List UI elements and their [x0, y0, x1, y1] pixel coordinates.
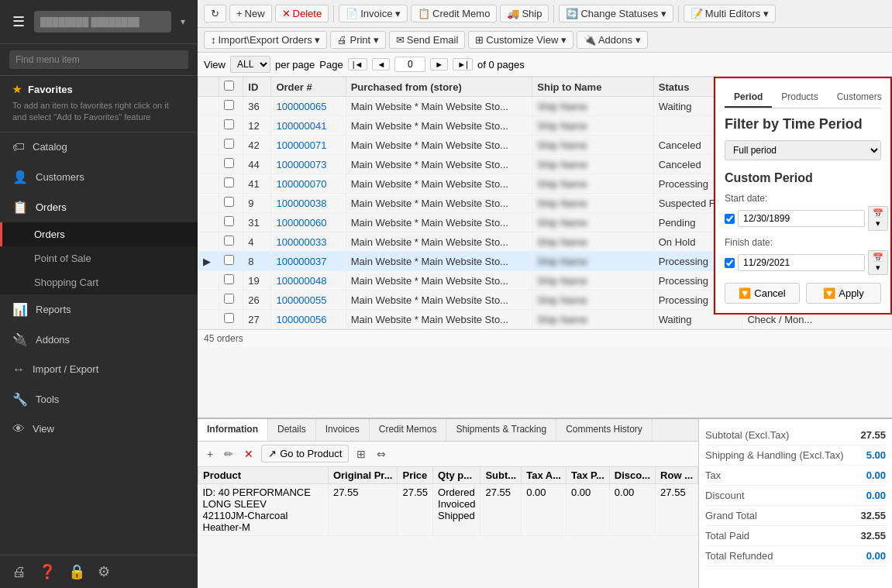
bottom-delete-button[interactable]: ✕: [241, 446, 257, 462]
filter-tab-period[interactable]: Period: [725, 88, 772, 108]
delete-button[interactable]: ✕ Delete: [275, 5, 329, 22]
row-checkbox[interactable]: [224, 255, 234, 265]
sidebar-item-reports[interactable]: 📊 Reports: [0, 294, 198, 325]
row-order-num[interactable]: 100000033: [271, 232, 346, 252]
last-page-button[interactable]: ►|: [453, 58, 473, 70]
col-header-store[interactable]: Purchased from (store): [346, 77, 532, 97]
row-order-num[interactable]: 100000048: [271, 271, 346, 291]
go-to-product-button[interactable]: ↗ Go to Product: [261, 445, 349, 462]
row-id: 26: [243, 291, 271, 310]
row-checkbox[interactable]: [224, 100, 234, 110]
credit-memo-button[interactable]: 📋 Credit Memo: [411, 5, 497, 22]
row-checkbox[interactable]: [224, 216, 234, 226]
customize-view-button[interactable]: ⊞ Customize View ▾: [468, 31, 573, 49]
row-order-num[interactable]: 100000060: [271, 213, 346, 232]
row-order-num[interactable]: 100000071: [271, 136, 346, 155]
row-order-num[interactable]: 100000055: [271, 291, 346, 310]
first-page-button[interactable]: |◄: [348, 58, 368, 70]
tab-details[interactable]: Details: [268, 419, 316, 441]
start-date-calendar-button[interactable]: 📅▾: [868, 206, 888, 231]
row-checkbox[interactable]: [224, 197, 234, 207]
sidebar-item-point-of-sale[interactable]: Point of Sale: [0, 246, 198, 270]
hamburger-icon[interactable]: ☰: [12, 13, 25, 30]
filter-apply-button[interactable]: 🔽 Apply: [806, 283, 881, 304]
multi-editors-icon: 📝: [691, 8, 703, 19]
row-checkbox[interactable]: [224, 313, 234, 323]
sidebar-expand-icon[interactable]: ▾: [181, 16, 185, 27]
bottom-add-button[interactable]: +: [204, 446, 216, 462]
settings-icon[interactable]: ⚙: [98, 563, 110, 580]
row-checkbox[interactable]: [224, 294, 234, 304]
row-id: 44: [243, 155, 271, 174]
import-export-icon: ↔: [12, 363, 25, 377]
new-button[interactable]: + New: [229, 5, 272, 22]
sidebar-item-orders[interactable]: 📋 Orders: [0, 192, 198, 222]
tab-credit-memos[interactable]: Credit Memos: [370, 419, 447, 441]
row-checkbox[interactable]: [224, 177, 234, 187]
print-icon[interactable]: 🖨: [12, 564, 26, 580]
start-date-checkbox[interactable]: [725, 214, 735, 224]
filter-period-select[interactable]: Full period Today Yesterday This week Cu…: [725, 140, 881, 160]
row-checkbox-cell: [219, 194, 243, 213]
new-icon: +: [236, 8, 243, 19]
divider-2: [553, 5, 554, 22]
row-checkbox-cell: [219, 213, 243, 232]
row-order-num[interactable]: 100000056: [271, 310, 346, 329]
finish-date-calendar-button[interactable]: 📅▾: [868, 250, 888, 275]
row-order-num[interactable]: 100000041: [271, 116, 346, 136]
row-id: 4: [243, 232, 271, 252]
sidebar-item-shopping-cart[interactable]: Shopping Cart: [0, 270, 198, 294]
sidebar-item-tools[interactable]: 🔧 Tools: [0, 384, 198, 414]
row-order-num[interactable]: 100000037: [271, 252, 346, 271]
row-checkbox[interactable]: [224, 236, 234, 246]
tab-shipments-tracking[interactable]: Shipments & Tracking: [446, 419, 556, 441]
per-page-select[interactable]: ALL: [230, 56, 270, 73]
filter-tab-products[interactable]: Products: [772, 88, 827, 108]
sidebar-item-addons[interactable]: 🔌 Addons: [0, 325, 198, 355]
row-order-num[interactable]: 100000070: [271, 174, 346, 194]
col-header-order[interactable]: Order #: [271, 77, 346, 97]
row-checkbox[interactable]: [224, 119, 234, 129]
sidebar-item-customers[interactable]: 👤 Customers: [0, 162, 198, 192]
page-number-input[interactable]: [394, 57, 425, 72]
bottom-columns-button[interactable]: ⊞: [353, 446, 369, 462]
row-order-num[interactable]: 100000038: [271, 194, 346, 213]
tab-information[interactable]: Information: [198, 419, 268, 441]
prev-page-button[interactable]: ◄: [372, 58, 390, 70]
filter-cancel-button[interactable]: 🔽 Cancel: [725, 283, 800, 304]
next-page-button[interactable]: ►: [430, 58, 448, 70]
lock-icon[interactable]: 🔒: [68, 563, 85, 580]
select-all-checkbox[interactable]: [224, 81, 234, 91]
row-order-num[interactable]: 100000065: [271, 97, 346, 116]
col-header-id[interactable]: ID: [243, 77, 271, 97]
row-order-num[interactable]: 100000073: [271, 155, 346, 174]
finish-date-checkbox[interactable]: [725, 258, 735, 268]
sidebar-search-input[interactable]: [9, 50, 188, 69]
finish-date-input[interactable]: [738, 254, 865, 271]
row-ship-name: Ship Name: [532, 310, 653, 329]
multi-editors-button[interactable]: 📝 Multi Editors ▾: [684, 5, 776, 22]
print-button[interactable]: 🖨 Print ▾: [330, 31, 385, 49]
bottom-resize-button[interactable]: ⇔: [374, 446, 389, 462]
tab-invoices[interactable]: Invoices: [316, 419, 370, 441]
help-icon[interactable]: ❓: [39, 563, 56, 580]
sidebar-item-catalog[interactable]: 🏷 Catalog: [0, 132, 198, 162]
col-header-ship[interactable]: Ship to Name: [532, 77, 653, 97]
start-date-input[interactable]: [738, 210, 865, 227]
row-checkbox[interactable]: [224, 158, 234, 168]
sidebar-item-import-export[interactable]: ↔ Import / Export: [0, 355, 198, 384]
sidebar-item-view[interactable]: 👁 View: [0, 414, 198, 444]
filter-tab-customers[interactable]: Customers: [828, 88, 891, 108]
row-checkbox[interactable]: [224, 139, 234, 149]
refresh-button[interactable]: ↻: [204, 5, 226, 22]
ship-button[interactable]: 🚚 Ship: [500, 5, 549, 22]
sidebar-item-orders-orders[interactable]: Orders: [0, 222, 198, 246]
change-statuses-button[interactable]: 🔄 Change Statuses ▾: [559, 5, 673, 22]
import-export-orders-button[interactable]: ↕ Import\Export Orders ▾: [204, 31, 327, 49]
bottom-edit-button[interactable]: ✏: [221, 446, 236, 462]
invoice-button[interactable]: 📄 Invoice ▾: [339, 5, 408, 22]
addons-button[interactable]: 🔌 Addons ▾: [577, 31, 648, 49]
row-checkbox[interactable]: [224, 274, 234, 284]
tab-comments-history[interactable]: Comments History: [556, 419, 653, 441]
send-email-button[interactable]: ✉ Send Email: [389, 31, 465, 49]
